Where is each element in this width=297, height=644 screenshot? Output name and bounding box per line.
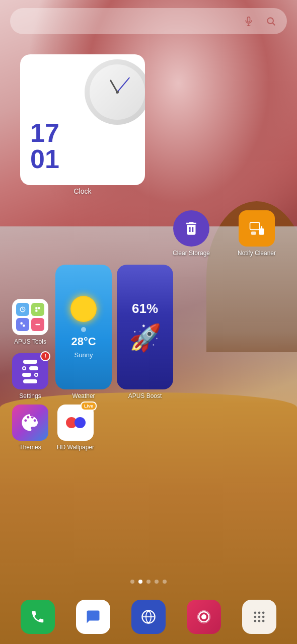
themes-icon [12,405,48,441]
search-icon[interactable] [263,13,279,29]
apus-boost-label: APUS Boost [128,392,162,399]
app-notify-cleaner[interactable]: Notify Cleaner [227,210,287,257]
svg-point-29 [254,612,257,614]
svg-point-31 [262,612,265,614]
hd-wallpaper-label: HD Wallpaper [57,444,94,451]
app-settings[interactable]: ! Settings [10,353,50,399]
weather-temp: 28°C [71,335,96,348]
settings-badge: ! [40,351,50,361]
weather-label: Weather [72,392,95,399]
app-hd-wallpaper[interactable]: Live HD Wallpaper [55,405,96,451]
svg-rect-10 [261,226,262,229]
svg-point-30 [258,612,261,614]
themes-label: Themes [19,444,41,451]
search-bar[interactable] [10,8,287,34]
app-apus-boost[interactable]: 61% 🚀 APUS Boost [117,265,173,399]
svg-point-37 [262,620,265,622]
dock-phone-icon[interactable] [21,600,55,634]
svg-point-3 [267,18,273,24]
page-dot-4[interactable] [163,580,167,584]
live-badge: Live [81,401,97,411]
clock-face [85,59,145,125]
svg-line-4 [273,23,275,26]
dock [10,600,287,634]
weather-sun-icon [70,296,97,322]
notify-cleaner-label: Notify Cleaner [238,250,276,257]
svg-point-27 [201,614,206,619]
svg-rect-5 [188,229,190,229]
svg-line-13 [23,309,24,310]
clock-day: 17 [30,120,59,146]
page-dot-0[interactable] [130,580,134,584]
clear-storage-label: Clear Storage [173,250,210,257]
app-apus-tools[interactable]: APUS Tools [10,299,50,345]
clock-month: 01 [30,146,59,172]
mic-icon[interactable] [241,13,257,29]
svg-rect-0 [248,17,250,22]
svg-rect-16 [35,310,37,312]
page-dot-3[interactable] [155,580,159,584]
svg-rect-19 [35,324,40,325]
dock-messages-icon[interactable] [76,600,110,634]
page-dot-2[interactable] [146,580,151,584]
svg-rect-7 [250,223,259,229]
app-weather[interactable]: 28°C Sunny Weather [55,265,112,399]
svg-rect-15 [38,307,40,309]
dock-screen-recorder-icon[interactable] [187,600,221,634]
weather-condition: Sunny [75,351,93,359]
svg-point-36 [258,620,261,622]
app-clear-storage[interactable]: Clear Storage [161,210,221,257]
apus-tools-icon [12,299,48,335]
clock-widget[interactable]: 17 01 Clock [10,44,155,195]
svg-rect-8 [251,231,256,234]
svg-point-18 [23,325,25,327]
notify-cleaner-icon [239,210,275,247]
dock-browser-icon[interactable] [131,600,166,634]
svg-point-33 [258,616,261,618]
page-dot-1[interactable] [138,580,142,584]
boost-percent: 61% [132,301,158,316]
svg-point-35 [254,620,257,622]
app-themes[interactable]: Themes [10,405,50,451]
svg-rect-14 [35,307,37,309]
dock-app-drawer-icon[interactable] [242,600,276,634]
boost-rocket-icon: 🚀 [129,323,162,353]
svg-point-32 [254,616,257,618]
clock-label: Clock [10,187,155,195]
settings-label: Settings [19,392,41,399]
svg-rect-9 [259,228,264,235]
svg-point-34 [262,616,265,618]
page-dots [0,580,297,584]
apus-tools-label: APUS Tools [14,338,46,345]
clear-storage-icon [173,210,209,247]
svg-point-17 [20,322,23,325]
